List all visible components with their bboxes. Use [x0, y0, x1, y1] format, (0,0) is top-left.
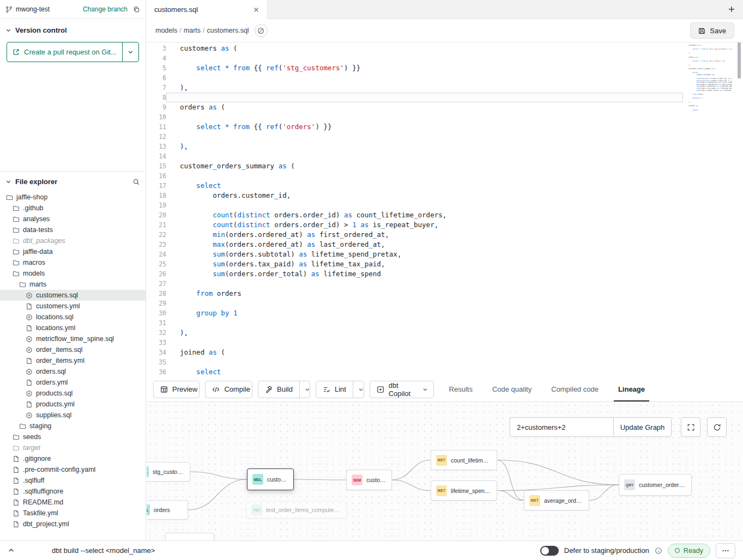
code-line-20[interactable]: 20 count(distinct orders.order_id) as co…: [147, 210, 683, 220]
tree-item--github[interactable]: .github: [0, 203, 146, 214]
code-line-26[interactable]: 26 sum(orders.order_total) as lifetime_s…: [147, 269, 683, 279]
tab-customers-sql[interactable]: customers.sql: [147, 0, 268, 19]
copilot-dropdown[interactable]: [422, 381, 433, 398]
tree-item--sqlfluffignore[interactable]: .sqlfluffignore: [0, 486, 146, 497]
breadcrumb-item[interactable]: marts: [184, 27, 201, 34]
code-line-32[interactable]: 32),: [147, 328, 683, 338]
code-line-18[interactable]: 18 orders.customer_id,: [147, 191, 683, 200]
editor-minimap[interactable]: customers as ( select * from {{ ref('stg…: [688, 45, 732, 165]
lineage-canvas[interactable]: MDLstg_customersMDLordersMDLcustomersTST…: [147, 402, 743, 540]
code-line-11[interactable]: 11 select * from {{ ref('orders') }}: [147, 122, 683, 132]
code-line-12[interactable]: 12: [147, 132, 683, 142]
model-docs-icon[interactable]: [255, 24, 268, 37]
tree-item-locations-yml[interactable]: locations.yml: [0, 322, 146, 333]
change-branch-link[interactable]: Change branch: [83, 5, 128, 13]
lineage-node-stg_customers[interactable]: MDLstg_customers: [147, 462, 190, 482]
code-line-8[interactable]: 8: [147, 93, 683, 102]
tree-item-dbt-project-yml[interactable]: dbt_project.yml: [0, 519, 146, 529]
copy-icon[interactable]: [133, 6, 140, 13]
file-explorer-header[interactable]: File explorer: [0, 172, 146, 192]
code-line-4[interactable]: 4: [147, 53, 683, 63]
more-menu-button[interactable]: [716, 543, 735, 558]
save-button[interactable]: Save: [690, 22, 734, 39]
lineage-node-lifetime_spend_pretax[interactable]: METlifetime_spend_pretax: [431, 480, 497, 501]
lineage-node-partial_bottom[interactable]: [165, 533, 214, 540]
tree-item-products-yml[interactable]: products.yml: [0, 399, 146, 410]
code-line-9[interactable]: 9orders as (: [147, 102, 683, 112]
new-tab-button[interactable]: [720, 0, 743, 19]
code-line-14[interactable]: 14: [147, 151, 683, 161]
code-line-5[interactable]: 5 select * from {{ ref('stg_customers') …: [147, 63, 683, 73]
tree-item--pre-commit-config-yaml[interactable]: .pre-commit-config.yaml: [0, 464, 146, 475]
tree-item-metricflow-time-spine-sql[interactable]: metricflow_time_spine.sql: [0, 333, 146, 344]
code-line-35[interactable]: 35: [147, 357, 683, 367]
tree-item-dbt-packages[interactable]: dbt_packages: [0, 235, 146, 246]
code-line-27[interactable]: 27: [147, 279, 683, 289]
code-line-16[interactable]: 16: [147, 171, 683, 181]
tree-item--sqlfluff[interactable]: .sqlfluff: [0, 475, 146, 486]
lineage-node-customers_mdl[interactable]: MDLcustomers: [247, 468, 294, 490]
tree-item--gitignore[interactable]: .gitignore: [0, 453, 146, 464]
preview-button[interactable]: Preview: [153, 381, 200, 398]
lineage-node-count_lifetime_orders[interactable]: METcount_lifetime_orders: [431, 450, 497, 470]
tree-item-target[interactable]: target: [0, 442, 146, 453]
code-line-24[interactable]: 24 sum(orders.subtotal) as lifetime_spen…: [147, 249, 683, 259]
tree-item-data-tests[interactable]: data-tests: [0, 224, 146, 235]
code-line-34[interactable]: 34joined as (: [147, 348, 683, 357]
search-icon[interactable]: [132, 178, 140, 186]
tree-item-models[interactable]: models: [0, 268, 146, 279]
tree-item-customers-yml[interactable]: customers.yml: [0, 301, 146, 312]
code-line-13[interactable]: 13),: [147, 142, 683, 151]
tree-item-order-items-yml[interactable]: order_items.yml: [0, 355, 146, 366]
tree-item-supplies-sql[interactable]: supplies.sql: [0, 410, 146, 421]
editor-scrollbar[interactable]: [738, 42, 741, 78]
tree-item-analyses[interactable]: analyses: [0, 214, 146, 224]
code-line-31[interactable]: 31: [147, 318, 683, 328]
copilot-button[interactable]: dbt Copilot: [370, 381, 434, 398]
tree-item-taskfile-yml[interactable]: Taskfile.yml: [0, 508, 146, 519]
version-control-header[interactable]: Version control: [0, 19, 146, 40]
code-line-6[interactable]: 6: [147, 73, 683, 83]
lineage-node-test_node[interactable]: TSTtest_order_items_compute_to_bools...: [246, 501, 347, 519]
create-pr-dropdown[interactable]: [122, 42, 138, 62]
tree-item-order-items-sql[interactable]: order_items.sql: [0, 344, 146, 355]
tree-item-readme-md[interactable]: README.md: [0, 497, 146, 508]
code-line-30[interactable]: 30 group by 1: [147, 308, 683, 318]
breadcrumb-item[interactable]: models: [155, 27, 177, 34]
update-graph-button[interactable]: Update Graph: [613, 417, 672, 437]
info-icon[interactable]: [655, 547, 662, 555]
compile-button[interactable]: Compile: [205, 381, 252, 398]
tab-results[interactable]: Results: [439, 377, 482, 401]
tree-item-orders-yml[interactable]: orders.yml: [0, 377, 146, 388]
code-editor[interactable]: 3customers as (4 5 select * from {{ ref(…: [147, 42, 743, 377]
lint-button[interactable]: Lint: [316, 381, 353, 398]
lineage-node-orders[interactable]: MDLorders: [147, 500, 188, 520]
fullscreen-button[interactable]: [681, 417, 700, 437]
tab-code-quality[interactable]: Code quality: [482, 377, 541, 401]
build-button[interactable]: Build: [258, 381, 299, 398]
code-line-28[interactable]: 28 from orders: [147, 289, 683, 299]
code-line-36[interactable]: 36 select: [147, 367, 683, 377]
refresh-button[interactable]: [707, 417, 727, 437]
code-line-22[interactable]: 22 min(orders.ordered_at) as first_order…: [147, 230, 683, 240]
code-line-19[interactable]: 19: [147, 200, 683, 210]
build-dropdown[interactable]: [299, 381, 310, 398]
tree-item-products-sql[interactable]: products.sql: [0, 388, 146, 399]
tree-item-locations-sql[interactable]: locations.sql: [0, 312, 146, 322]
code-line-29[interactable]: 29: [147, 299, 683, 308]
breadcrumb-item[interactable]: customers.sql: [207, 27, 249, 34]
tree-item-customers-sql[interactable]: customers.sql: [0, 290, 146, 301]
lineage-selector-input[interactable]: [510, 417, 613, 437]
code-line-23[interactable]: 23 max(orders.ordered_at) as last_ordere…: [147, 240, 683, 249]
close-icon[interactable]: [253, 7, 259, 13]
code-line-15[interactable]: 15customer_orders_summary as (: [147, 161, 683, 171]
lineage-node-customers_sem[interactable]: SEMcustomers: [346, 470, 392, 490]
tree-item-orders-sql[interactable]: orders.sql: [0, 366, 146, 377]
tree-item-staging[interactable]: staging: [0, 421, 146, 431]
lineage-node-average_order_value[interactable]: METaverage_order_value: [524, 490, 589, 510]
chevron-up-icon[interactable]: [8, 547, 15, 554]
tree-item-jaffle-shop[interactable]: jaffle-shop: [0, 192, 146, 203]
lint-dropdown[interactable]: [353, 381, 364, 398]
tree-item-seeds[interactable]: seeds: [0, 431, 146, 442]
code-line-33[interactable]: 33: [147, 338, 683, 348]
